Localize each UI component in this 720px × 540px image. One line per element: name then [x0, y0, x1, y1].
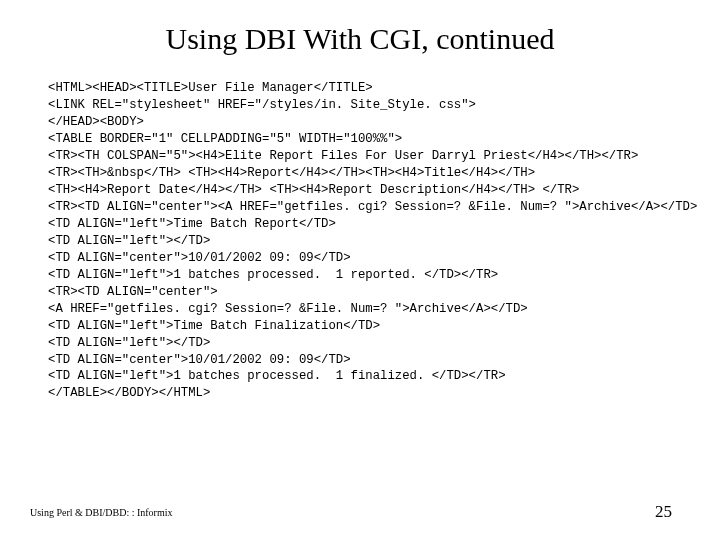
footer-left: Using Perl & DBI/DBD: : Informix	[30, 507, 173, 518]
page-title: Using DBI With CGI, continued	[48, 22, 672, 56]
code-block: <HTML><HEAD><TITLE>User File Manager</TI…	[48, 80, 672, 402]
page-number: 25	[655, 502, 672, 522]
